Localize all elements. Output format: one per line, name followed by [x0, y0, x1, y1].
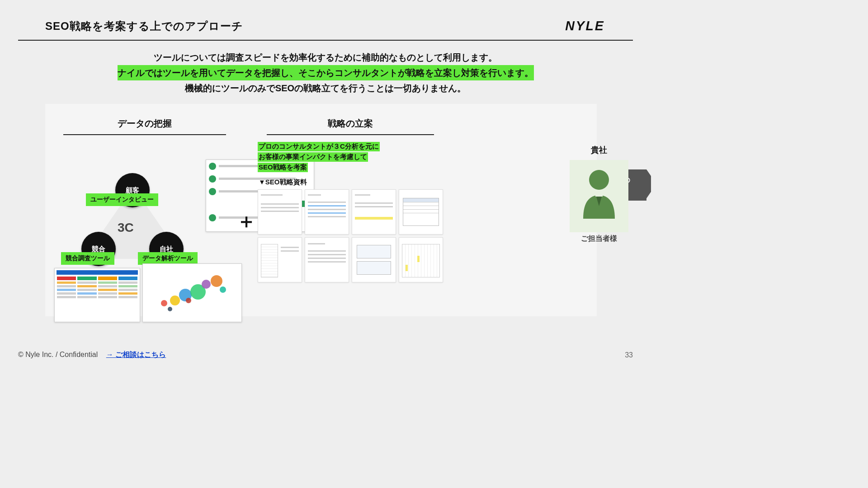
right-hl1: プロのコンサルタントが３C分析を元に	[258, 142, 380, 151]
copyright: © Nyle Inc. / Confidential	[18, 351, 98, 358]
doc-page	[352, 189, 396, 235]
headline-highlight: ナイルではツールを用いてデータを把握し、そこからコンサルタントが戦略を立案し対策…	[118, 65, 534, 80]
slide: SEO戦略を考案する上でのアプローチ NYLE ツールについては調査スピードを効…	[0, 0, 651, 366]
c3-label: 3C	[118, 221, 134, 235]
c3-diagram: 3C 顧客 競合 自社 ユーザーインタビュー 競合調査ツール データ解析ツール	[54, 141, 235, 313]
mock-bubble-chart	[142, 263, 242, 322]
column-strategy: 戦略の立案 プロのコンサルタントが３C分析を元に お客様の事業インパクトを考慮し…	[258, 117, 443, 282]
content-box: データの把握 3C 顧客 競合 自社 ユーザーインタビュー 競合調査ツール デー…	[45, 104, 597, 316]
column-data-grasp: データの把握 3C 顧客 競合 自社 ユーザーインタビュー 競合調査ツール デー…	[54, 117, 235, 313]
doc-page	[305, 189, 349, 235]
consult-link[interactable]: → ご相談はこちら	[106, 351, 166, 358]
right-highlight-block: プロのコンサルタントが３C分析を元に お客様の事業インパクトを考慮して SEO戦…	[258, 141, 443, 173]
doc-page	[352, 237, 396, 282]
page-title: SEO戦略を考案する上でのアプローチ	[45, 19, 243, 33]
avatar-box	[570, 160, 628, 232]
tag-user-interview: ユーザーインタビュー	[86, 193, 158, 206]
headline-line1: ツールについては調査スピードを効率化するために補助的なものとして利用します。	[154, 50, 497, 65]
plus-icon: ＋	[235, 117, 258, 235]
company-logo: NYLE	[565, 18, 604, 33]
mock-competitor-table	[54, 268, 140, 322]
slide-header: SEO戦略を考案する上でのアプローチ NYLE	[18, 0, 633, 41]
doc-page	[399, 237, 443, 282]
tag-competitor-tool: 競合調査ツール	[61, 252, 114, 265]
left-title: データの把握	[63, 117, 226, 135]
doc-page	[258, 189, 302, 235]
page-number: 33	[625, 351, 633, 359]
doc-page	[399, 189, 443, 235]
person-icon	[574, 165, 624, 219]
svg-rect-1	[595, 193, 603, 197]
client-sub: ご担当者様	[561, 234, 637, 244]
doc-page	[258, 237, 302, 282]
doc-section-title: ▼SEO戦略資料	[259, 178, 442, 187]
doc-thumbnails	[258, 189, 443, 282]
right-title: 戦略の立案	[267, 117, 434, 135]
doc-page	[305, 237, 349, 282]
right-hl2: お客様の事業インパクトを考慮して	[258, 152, 368, 162]
headline-line3: 機械的にツールのみでSEOの戦略立てを行うことは一切ありません。	[185, 80, 466, 96]
client-title: 貴社	[561, 145, 637, 155]
slide-footer: © Nyle Inc. / Confidential → ご相談はこちら 33	[18, 350, 633, 360]
headline: ツールについては調査スピードを効率化するために補助的なものとして利用します。 ナ…	[36, 50, 615, 96]
tag-analytics-tool: データ解析ツール	[138, 252, 198, 265]
right-hl3: SEO戦略を考案	[258, 163, 308, 172]
svg-point-0	[589, 170, 609, 190]
client-block: 貴社 ご担当者様	[561, 145, 637, 244]
